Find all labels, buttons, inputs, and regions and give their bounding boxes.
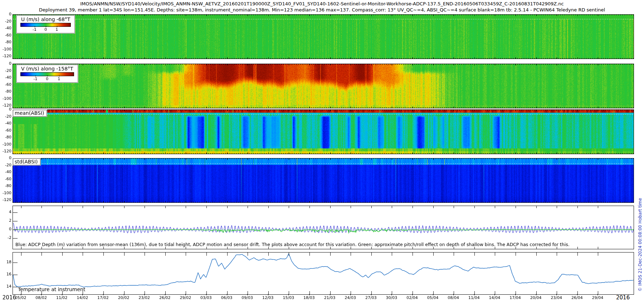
u-colorbar-ticks: -101 (20, 27, 71, 32)
colorbar-tick-label: 1 (58, 77, 60, 81)
x-date-tick-mark (41, 294, 42, 295)
u-velocity-heatmap (13, 14, 634, 59)
x-date-tick-label: 14/04 (489, 295, 501, 300)
temperature-label: Temperature at instrument (18, 286, 85, 292)
u-velocity-legend: U (m/s) along -68°T -101 (16, 15, 75, 33)
depth-tick-label: 0 (1, 61, 11, 66)
x-date-tick-mark (371, 294, 371, 295)
depth-tick-label: -40 (1, 170, 11, 175)
depth-tick-label: -40 (1, 26, 11, 31)
x-date-tick-mark (330, 294, 330, 295)
x-date-tick-label: 11/04 (468, 295, 480, 300)
depth-tick-label: -100 (1, 142, 11, 147)
x-date-tick-mark (165, 294, 165, 295)
x-date-tick-label: 26/04 (571, 295, 583, 300)
v-legend-title: V (m/s) along -158°T (20, 66, 75, 72)
x-date-tick-mark (597, 294, 598, 295)
depth-variation-tick-label: 4 (1, 210, 11, 215)
x-date-tick-label: 20/02 (118, 295, 130, 300)
imos-watermark: © IMOS 21-Dec-2024 00:08:00 Hobart time (638, 198, 643, 291)
x-date-tick-label: 20/04 (530, 295, 542, 300)
x-date-tick-mark (144, 294, 145, 295)
x-date-tick-mark (494, 294, 495, 295)
depth-tick-label: -60 (1, 128, 11, 133)
x-date-tick-label: 29/02 (180, 295, 191, 300)
x-date-tick-label: 15/03 (283, 295, 294, 300)
depth-tick-label: -60 (1, 82, 11, 87)
x-date-tick-label: 08/04 (448, 295, 459, 300)
x-date-tick-mark (103, 294, 103, 295)
depth-tick-label: 0 (1, 156, 11, 161)
x-date-tick-label: 17/04 (509, 295, 521, 300)
x-date-tick-mark (288, 294, 289, 295)
v-velocity-heatmap (13, 64, 634, 108)
x-date-tick-label: 27/03 (365, 295, 377, 300)
x-date-tick-mark (412, 294, 413, 295)
x-date-tick-mark (433, 294, 433, 295)
depth-tick-label: -60 (1, 177, 11, 182)
depth-tick-label: 0 (1, 12, 11, 17)
v-velocity-legend: V (m/s) along -158°T -101 (16, 65, 78, 83)
colorbar-tick-label: 0 (46, 77, 48, 81)
x-date-tick-label: 08/02 (35, 295, 47, 300)
depth-variation-tick-label: -2 (1, 235, 11, 240)
x-date-tick-label: 21/03 (324, 295, 336, 300)
x-date-tick-label: 05/02 (15, 295, 26, 300)
depth-tick-label: -40 (1, 75, 11, 80)
depth-tick-label: -20 (1, 68, 11, 73)
std-absi-label: std(ABSI) (13, 158, 40, 165)
depth-tick-label: -100 (1, 96, 11, 101)
x-date-tick-mark (309, 294, 309, 295)
year-label-right: 2016 (616, 294, 630, 301)
depth-variation-note: Blue: ADCP Depth (m) variation from sens… (15, 242, 570, 247)
depth-variation-tick-label: 0 (1, 227, 11, 232)
depth-tick-label: -100 (1, 47, 11, 52)
x-date-tick-label: 06/03 (221, 295, 233, 300)
x-date-tick-mark (21, 294, 21, 295)
x-date-tick-label: 09/03 (241, 295, 253, 300)
colorbar-tick-label: -1 (33, 27, 36, 32)
temperature-tick-label: 18 (1, 260, 11, 265)
adcp-figure: IMOS/ANMN/NSW/SYD140/Velocity/IMOS_ANMN-… (0, 0, 644, 304)
colorbar-tick-label: 0 (44, 27, 47, 32)
figure-title-line-1: IMOS/ANMN/NSW/SYD140/Velocity/IMOS_ANMN-… (0, 1, 644, 6)
x-date-tick-mark (124, 294, 124, 295)
x-date-tick-mark (350, 294, 351, 295)
v-colorbar-ticks: -101 (20, 76, 74, 81)
depth-variation-tick-label: 2 (1, 218, 11, 223)
x-date-tick-mark (62, 294, 62, 295)
mean-absi-heatmap (13, 109, 634, 154)
figure-title-line-2: Deployment 39, member 1 lat=34S lon=151.… (0, 7, 644, 13)
depth-tick-label: -120 (1, 54, 11, 59)
x-date-tick-mark (536, 294, 536, 295)
depth-tick-label: -60 (1, 33, 11, 38)
temperature-tick-label: 14 (1, 284, 11, 289)
x-date-tick-label: 17/02 (97, 295, 109, 300)
depth-tick-label: 0 (1, 107, 11, 112)
depth-tick-label: -20 (1, 114, 11, 119)
depth-tick-label: -80 (1, 183, 11, 188)
x-date-tick-mark (227, 294, 227, 295)
x-date-tick-mark (556, 294, 557, 295)
x-date-tick-mark (474, 294, 474, 295)
depth-tick-label: -20 (1, 19, 11, 24)
depth-tick-label: -80 (1, 89, 11, 94)
x-date-tick-label: 11/02 (56, 295, 68, 300)
x-date-tick-mark (206, 294, 206, 295)
x-date-tick-mark (82, 294, 83, 295)
x-date-tick-mark (453, 294, 454, 295)
depth-tick-label: -80 (1, 40, 11, 45)
x-date-tick-mark (577, 294, 577, 295)
x-date-tick-label: 24/03 (345, 295, 356, 300)
x-date-tick-label: 05/04 (427, 295, 439, 300)
x-date-tick-mark (247, 294, 248, 295)
year-label-left: 2016 (3, 294, 16, 301)
x-date-tick-mark (268, 294, 268, 295)
depth-tick-label: -20 (1, 163, 11, 168)
x-date-tick-label: 12/03 (262, 295, 274, 300)
x-date-tick-mark (391, 294, 392, 295)
depth-tick-label: -40 (1, 121, 11, 126)
x-date-tick-label: 23/04 (551, 295, 562, 300)
x-date-tick-label: 18/03 (303, 295, 315, 300)
std-absi-heatmap (13, 158, 634, 203)
